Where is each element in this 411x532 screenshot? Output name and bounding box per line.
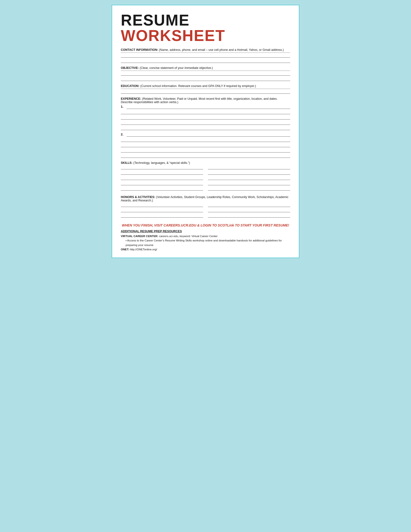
skills-left-line-3[interactable] xyxy=(121,176,203,180)
honors-left-line-3[interactable] xyxy=(121,214,203,218)
title-part1: RESUME xyxy=(121,11,190,29)
cta-text: WHEN YOU FINISH, VISIT CAREERS.UCR.EDU &… xyxy=(121,223,290,227)
experience-item-2-line-2[interactable] xyxy=(121,138,290,142)
contact-line-2[interactable] xyxy=(121,59,290,63)
skills-label: SKILLS: (Technology, languages, & “speci… xyxy=(121,161,290,165)
objective-line-1[interactable] xyxy=(121,72,290,76)
experience-num-1: 1. xyxy=(121,105,126,109)
skills-right-line-3[interactable] xyxy=(208,176,290,180)
virtual-career-label: VIRTUAL CAREER CENTER: xyxy=(121,235,158,238)
honors-right-line-1[interactable] xyxy=(208,203,290,207)
objective-label: OBJECTIVE: (Clear, concise statement of … xyxy=(121,66,290,70)
resume-worksheet-page: RESUME WORKSHEET CONTACT INFORMATION: (N… xyxy=(112,5,299,258)
honors-lines xyxy=(121,203,290,219)
honors-left-line-2[interactable] xyxy=(121,209,203,212)
experience-num-2: 2. xyxy=(121,133,126,137)
page-title: RESUME WORKSHEET xyxy=(121,12,290,43)
honors-section: HONORS & ACTIVITIES: (Volunteer Activiti… xyxy=(121,195,290,219)
additional-item-bullet: • Access to the Career Center’s Resume W… xyxy=(126,238,290,247)
skills-right-line-1[interactable] xyxy=(208,166,290,169)
experience-item-1-line-4[interactable] xyxy=(121,121,290,125)
additional-item-virtual: VIRTUAL CAREER CENTER: careers.ucr.edu, … xyxy=(121,234,290,238)
experience-item-2-line-4[interactable] xyxy=(121,149,290,152)
objective-section: OBJECTIVE: (Clear, concise statement of … xyxy=(121,66,290,81)
onet-text: http://ONETonline.org/ xyxy=(130,248,157,251)
experience-item-1-line-3[interactable] xyxy=(121,116,290,120)
onet-label: ONET: xyxy=(121,248,129,251)
skills-left-line-1[interactable] xyxy=(121,166,203,169)
contact-label: CONTACT INFORMATION: (Name, address, pho… xyxy=(121,48,290,52)
skills-left-line-4[interactable] xyxy=(121,181,203,185)
education-label: EDUCATION: (Current school information. … xyxy=(121,84,290,88)
skills-right-line-2[interactable] xyxy=(208,171,290,175)
contact-section: CONTACT INFORMATION: (Name, address, pho… xyxy=(121,48,290,63)
objective-line-2[interactable] xyxy=(121,77,290,81)
skills-section: SKILLS: (Technology, languages, & “speci… xyxy=(121,161,290,192)
experience-section: EXPERIENCE: (Related Work, Volunteer, Pa… xyxy=(121,97,290,158)
bullet-text: Access to the Career Center’s Resume Wri… xyxy=(126,239,282,246)
experience-item-2-line-5[interactable] xyxy=(121,154,290,158)
experience-item-2-line-3[interactable] xyxy=(121,143,290,147)
experience-item-1-line-5[interactable] xyxy=(121,126,290,130)
additional-title: ADDITIONAL RESUME PREP RESOURCES xyxy=(121,230,290,233)
honors-right-line-2[interactable] xyxy=(208,209,290,212)
additional-content: VIRTUAL CAREER CENTER: careers.ucr.edu, … xyxy=(121,234,290,252)
title-part2: WORKSHEET xyxy=(121,27,225,44)
experience-item-2: 2. xyxy=(121,133,290,158)
honors-col-left xyxy=(121,203,203,219)
skills-col-right xyxy=(208,166,290,192)
skills-left-line-5[interactable] xyxy=(121,187,203,190)
skills-right-line-5[interactable] xyxy=(208,187,290,190)
experience-item-1: 1. xyxy=(121,105,290,130)
additional-item-onet: ONET: http://ONETonline.org/ xyxy=(121,247,290,252)
honors-left-line-1[interactable] xyxy=(121,203,203,207)
cta-section: WHEN YOU FINISH, VISIT CAREERS.UCR.EDU &… xyxy=(121,223,290,227)
honors-col-right xyxy=(208,203,290,219)
skills-col-left xyxy=(121,166,203,192)
skills-right-line-4[interactable] xyxy=(208,181,290,185)
virtual-career-text: careers.ucr.edu, keyword: Virtual Career… xyxy=(159,235,218,238)
experience-item-2-line-1[interactable] xyxy=(127,133,290,137)
skills-lines xyxy=(121,166,290,192)
education-section: EDUCATION: (Current school information. … xyxy=(121,84,290,94)
contact-line-1[interactable] xyxy=(121,54,290,57)
education-line-1[interactable] xyxy=(121,90,290,94)
experience-item-1-line-2[interactable] xyxy=(121,110,290,114)
honors-right-line-3[interactable] xyxy=(208,214,290,218)
skills-left-line-2[interactable] xyxy=(121,171,203,175)
page-title-area: RESUME WORKSHEET xyxy=(121,12,290,43)
experience-label: EXPERIENCE: (Related Work, Volunteer, Pa… xyxy=(121,97,290,104)
additional-resources-section: ADDITIONAL RESUME PREP RESOURCES VIRTUAL… xyxy=(121,230,290,252)
experience-item-1-line-1[interactable] xyxy=(127,105,290,109)
honors-label: HONORS & ACTIVITIES: (Volunteer Activiti… xyxy=(121,195,290,202)
